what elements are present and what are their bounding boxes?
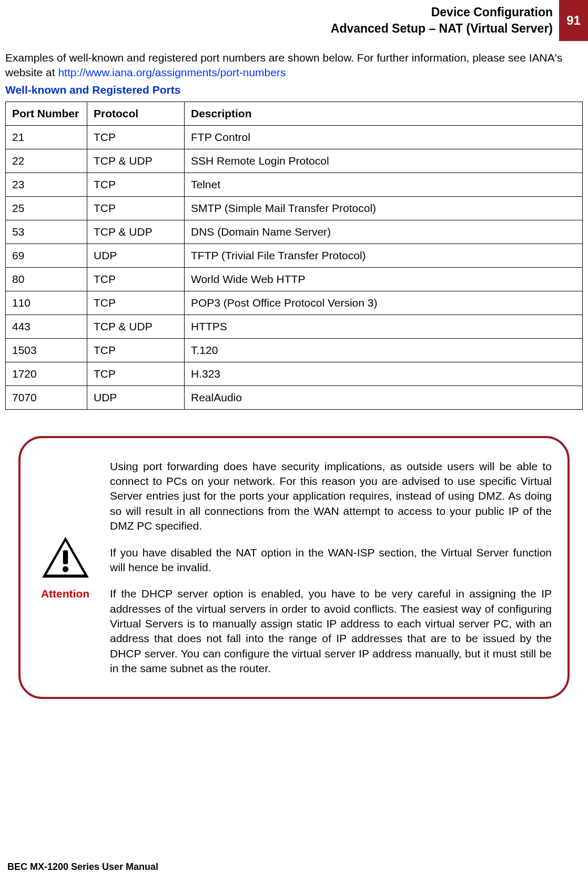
header-title-line2: Advanced Setup – NAT (Virtual Server)	[331, 21, 553, 37]
th-description: Description	[185, 102, 583, 125]
cell-port: 23	[6, 173, 87, 196]
cell-port: 443	[6, 315, 87, 338]
cell-protocol: TCP & UDP	[87, 220, 185, 244]
cell-protocol: TCP & UDP	[87, 315, 185, 338]
table-row: 80TCPWorld Wide Web HTTP	[6, 267, 583, 291]
cell-protocol: TCP & UDP	[87, 149, 185, 173]
table-row: 1503TCPT.120	[6, 338, 583, 362]
cell-port: 53	[6, 220, 87, 244]
page-content: Examples of well-known and registered po…	[0, 41, 588, 699]
page-header: Device Configuration Advanced Setup – NA…	[0, 0, 588, 41]
header-titles: Device Configuration Advanced Setup – NA…	[331, 0, 559, 41]
cell-description: SSH Remote Login Protocol	[185, 149, 583, 173]
cell-protocol: TCP	[87, 125, 185, 149]
attention-p2: If you have disabled the NAT option in t…	[110, 545, 552, 575]
cell-port: 1503	[6, 338, 87, 362]
cell-protocol: TCP	[87, 267, 185, 291]
table-row: 21TCPFTP Control	[6, 125, 583, 149]
cell-protocol: UDP	[87, 244, 185, 267]
cell-description: SMTP (Simple Mail Transfer Protocol)	[185, 196, 583, 220]
cell-port: 1720	[6, 362, 87, 386]
header-title-line1: Device Configuration	[331, 4, 553, 21]
footer-text: BEC MX-1200 Series User Manual	[7, 861, 158, 873]
svg-point-3	[62, 566, 68, 572]
cell-port: 80	[6, 267, 87, 291]
cell-description: DNS (Domain Name Server)	[185, 220, 583, 244]
cell-description: HTTPS	[185, 315, 583, 338]
attention-label: Attention	[41, 587, 89, 600]
attention-p1: Using port forwarding does have security…	[110, 459, 552, 534]
cell-protocol: UDP	[87, 386, 185, 409]
cell-description: RealAudio	[185, 386, 583, 409]
section-title: Well-known and Registered Ports	[5, 84, 583, 96]
table-row: 69UDPTFTP (Trivial File Transfer Protoco…	[6, 244, 583, 267]
cell-protocol: TCP	[87, 338, 185, 362]
cell-port: 110	[6, 291, 87, 315]
th-protocol: Protocol	[87, 102, 185, 125]
attention-body: Using port forwarding does have security…	[110, 459, 552, 676]
cell-description: Telnet	[185, 173, 583, 196]
cell-protocol: TCP	[87, 362, 185, 386]
table-row: 7070UDPRealAudio	[6, 386, 583, 409]
iana-link[interactable]: http://www.iana.org/assignments/port-num…	[58, 66, 286, 78]
cell-protocol: TCP	[87, 291, 185, 315]
cell-port: 22	[6, 149, 87, 173]
cell-port: 69	[6, 244, 87, 267]
cell-description: H.323	[185, 362, 583, 386]
table-row: 25TCPSMTP (Simple Mail Transfer Protocol…	[6, 196, 583, 220]
cell-description: FTP Control	[185, 125, 583, 149]
attention-left-column: Attention	[31, 535, 99, 600]
table-row: 53TCP & UDPDNS (Domain Name Server)	[6, 220, 583, 244]
cell-description: POP3 (Post Office Protocol Version 3)	[185, 291, 583, 315]
th-port-number: Port Number	[6, 102, 87, 125]
cell-description: World Wide Web HTTP	[185, 267, 583, 291]
table-row: 110TCPPOP3 (Post Office Protocol Version…	[6, 291, 583, 315]
cell-description: TFTP (Trivial File Transfer Protocol)	[185, 244, 583, 267]
attention-p3: If the DHCP server option is enabled, yo…	[110, 586, 552, 676]
cell-description: T.120	[185, 338, 583, 362]
cell-protocol: TCP	[87, 196, 185, 220]
attention-callout: Attention Using port forwarding does hav…	[18, 436, 570, 699]
cell-port: 7070	[6, 386, 87, 409]
cell-protocol: TCP	[87, 173, 185, 196]
ports-table: Port Number Protocol Description 21TCPFT…	[5, 102, 583, 410]
intro-paragraph: Examples of well-known and registered po…	[5, 50, 583, 80]
table-row: 1720TCPH.323	[6, 362, 583, 386]
table-row: 22TCP & UDPSSH Remote Login Protocol	[6, 149, 583, 173]
cell-port: 25	[6, 196, 87, 220]
page-number-badge: 91	[559, 0, 588, 41]
svg-rect-2	[63, 550, 67, 564]
cell-port: 21	[6, 125, 87, 149]
table-row: 443TCP & UDPHTTPS	[6, 315, 583, 338]
table-row: 23TCPTelnet	[6, 173, 583, 196]
table-header-row: Port Number Protocol Description	[6, 102, 583, 125]
warning-icon	[40, 535, 90, 580]
